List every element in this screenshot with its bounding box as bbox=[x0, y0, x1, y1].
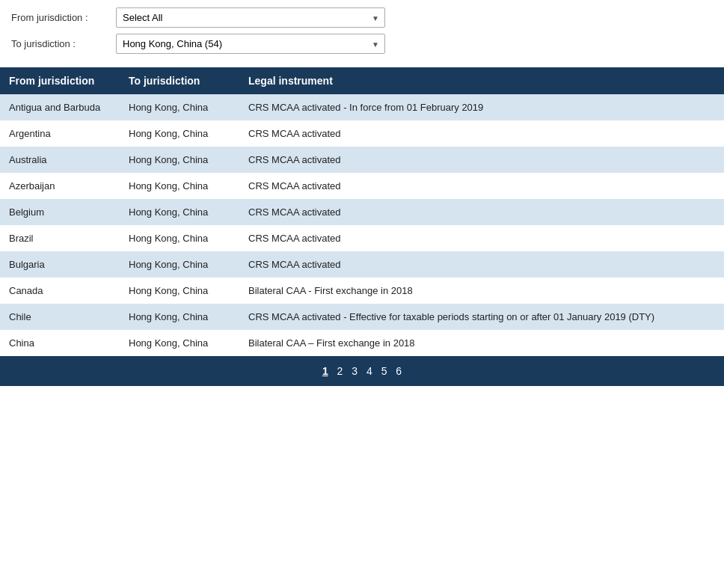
from-jurisdiction-label: From jurisdiction : bbox=[11, 12, 116, 23]
table-row: AzerbaijanHong Kong, ChinaCRS MCAA activ… bbox=[0, 173, 724, 199]
to-jurisdiction-label: To jurisdiction : bbox=[11, 38, 116, 49]
cell-from-jurisdiction: China bbox=[0, 330, 120, 356]
table-row: ChinaHong Kong, ChinaBilateral CAA – Fir… bbox=[0, 330, 724, 356]
from-jurisdiction-select[interactable]: Select All bbox=[116, 7, 385, 28]
cell-legal-instrument: CRS MCAA activated bbox=[239, 173, 724, 199]
cell-to-jurisdiction: Hong Kong, China bbox=[120, 199, 239, 225]
table-row: CanadaHong Kong, ChinaBilateral CAA - Fi… bbox=[0, 278, 724, 304]
cell-to-jurisdiction: Hong Kong, China bbox=[120, 94, 239, 120]
header-legal-instrument: Legal instrument bbox=[239, 67, 724, 94]
cell-to-jurisdiction: Hong Kong, China bbox=[120, 330, 239, 356]
table-row: Antigua and BarbudaHong Kong, ChinaCRS M… bbox=[0, 94, 724, 120]
from-jurisdiction-wrapper: Select All bbox=[116, 7, 385, 28]
table-row: AustraliaHong Kong, ChinaCRS MCAA activa… bbox=[0, 147, 724, 173]
cell-to-jurisdiction: Hong Kong, China bbox=[120, 278, 239, 304]
table-container: From jurisdiction To jurisdiction Legal … bbox=[0, 67, 724, 356]
to-jurisdiction-select[interactable]: Hong Kong, China (54) bbox=[116, 34, 385, 54]
cell-legal-instrument: CRS MCAA activated bbox=[239, 251, 724, 278]
header-to-jurisdiction: To jurisdiction bbox=[120, 67, 239, 94]
cell-legal-instrument: CRS MCAA activated - Effective for taxab… bbox=[239, 304, 724, 330]
table-row: BulgariaHong Kong, ChinaCRS MCAA activat… bbox=[0, 251, 724, 278]
pagination-link[interactable]: 2 bbox=[337, 365, 343, 377]
cell-from-jurisdiction: Canada bbox=[0, 278, 120, 304]
cell-legal-instrument: Bilateral CAA – First exchange in 2018 bbox=[239, 330, 724, 356]
cell-from-jurisdiction: Chile bbox=[0, 304, 120, 330]
pagination-current: 1 bbox=[322, 365, 328, 377]
pagination-link[interactable]: 5 bbox=[381, 365, 387, 377]
header-from-jurisdiction: From jurisdiction bbox=[0, 67, 120, 94]
from-jurisdiction-row: From jurisdiction : Select All bbox=[11, 7, 713, 28]
cell-to-jurisdiction: Hong Kong, China bbox=[120, 173, 239, 199]
table-row: BrazilHong Kong, ChinaCRS MCAA activated bbox=[0, 225, 724, 251]
cell-from-jurisdiction: Belgium bbox=[0, 199, 120, 225]
pagination: 1 2 3 4 5 6 bbox=[0, 356, 724, 386]
pagination-link[interactable]: 6 bbox=[396, 365, 402, 377]
cell-from-jurisdiction: Azerbaijan bbox=[0, 173, 120, 199]
cell-legal-instrument: CRS MCAA activated - In force from 01 Fe… bbox=[239, 94, 724, 120]
cell-from-jurisdiction: Argentina bbox=[0, 120, 120, 147]
filter-section: From jurisdiction : Select All To jurisd… bbox=[0, 0, 724, 67]
cell-from-jurisdiction: Bulgaria bbox=[0, 251, 120, 278]
cell-to-jurisdiction: Hong Kong, China bbox=[120, 225, 239, 251]
cell-legal-instrument: CRS MCAA activated bbox=[239, 120, 724, 147]
pagination-link[interactable]: 3 bbox=[352, 365, 358, 377]
pagination-link[interactable]: 4 bbox=[366, 365, 372, 377]
cell-from-jurisdiction: Brazil bbox=[0, 225, 120, 251]
cell-legal-instrument: CRS MCAA activated bbox=[239, 199, 724, 225]
table-header-row: From jurisdiction To jurisdiction Legal … bbox=[0, 67, 724, 94]
cell-legal-instrument: Bilateral CAA - First exchange in 2018 bbox=[239, 278, 724, 304]
table-row: BelgiumHong Kong, ChinaCRS MCAA activate… bbox=[0, 199, 724, 225]
table-row: ChileHong Kong, ChinaCRS MCAA activated … bbox=[0, 304, 724, 330]
to-jurisdiction-row: To jurisdiction : Hong Kong, China (54) bbox=[11, 34, 713, 54]
cell-to-jurisdiction: Hong Kong, China bbox=[120, 304, 239, 330]
table-row: ArgentinaHong Kong, ChinaCRS MCAA activa… bbox=[0, 120, 724, 147]
cell-from-jurisdiction: Antigua and Barbuda bbox=[0, 94, 120, 120]
cell-legal-instrument: CRS MCAA activated bbox=[239, 225, 724, 251]
to-jurisdiction-wrapper: Hong Kong, China (54) bbox=[116, 34, 385, 54]
cell-legal-instrument: CRS MCAA activated bbox=[239, 147, 724, 173]
cell-to-jurisdiction: Hong Kong, China bbox=[120, 147, 239, 173]
data-table: From jurisdiction To jurisdiction Legal … bbox=[0, 67, 724, 356]
cell-to-jurisdiction: Hong Kong, China bbox=[120, 251, 239, 278]
cell-to-jurisdiction: Hong Kong, China bbox=[120, 120, 239, 147]
cell-from-jurisdiction: Australia bbox=[0, 147, 120, 173]
